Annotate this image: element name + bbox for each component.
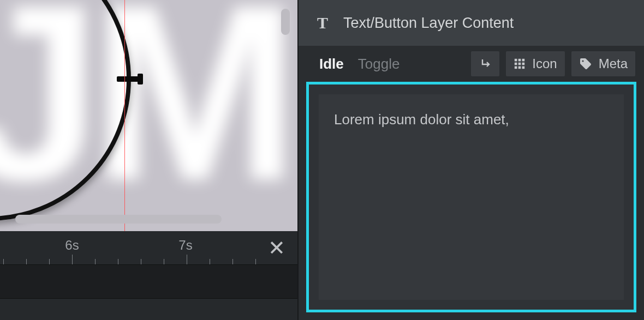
timeline-ruler[interactable]: 6s 7s ✕ — [0, 231, 297, 265]
ruler-tick — [95, 259, 96, 264]
timeline[interactable]: 6s 7s ✕ — [0, 231, 297, 320]
ruler-tick — [3, 259, 4, 264]
canvas-scrollbar-vertical[interactable] — [281, 9, 290, 35]
meta-button[interactable]: Meta — [571, 51, 635, 76]
ruler-tick — [26, 259, 27, 264]
svg-rect-8 — [522, 67, 525, 69]
svg-rect-0 — [515, 59, 517, 62]
icon-picker-button[interactable]: Icon — [506, 51, 564, 76]
playhead-indicator[interactable] — [124, 0, 125, 231]
svg-rect-5 — [522, 63, 525, 65]
ruler-tick — [164, 259, 164, 264]
insert-linebreak-button[interactable] — [471, 51, 499, 76]
ruler-tick — [187, 255, 187, 264]
inspector-pane: T Text/Button Layer Content Idle Toggle — [297, 0, 644, 320]
ruler-label-6s: 6s — [65, 238, 79, 253]
preview-ring-clamp — [117, 71, 141, 87]
ruler-label-7s: 7s — [178, 238, 192, 253]
ruler-tick — [141, 259, 141, 264]
svg-rect-7 — [518, 67, 521, 69]
svg-rect-4 — [518, 63, 521, 65]
ruler-tick — [49, 259, 50, 264]
content-editor-highlight — [306, 82, 636, 312]
timeline-close-button[interactable]: ✕ — [261, 231, 292, 264]
preview-timeline-pane: JM 6s 7s ✕ — [0, 0, 297, 320]
ruler-tick — [118, 259, 118, 264]
svg-rect-1 — [518, 59, 521, 62]
ruler-tick — [232, 259, 233, 264]
panel-title: Text/Button Layer Content — [343, 15, 514, 32]
icon-button-label: Icon — [532, 56, 557, 71]
tab-idle[interactable]: Idle — [319, 56, 344, 73]
timeline-track[interactable] — [0, 265, 297, 299]
state-tabs: Idle Toggle Icon — [299, 46, 644, 82]
preview-canvas[interactable]: JM — [0, 0, 297, 231]
tag-icon — [579, 57, 592, 70]
layer-text-input[interactable] — [319, 94, 624, 300]
ruler-tick — [255, 259, 256, 264]
ruler-tick — [72, 255, 73, 264]
tab-toggle[interactable]: Toggle — [358, 56, 400, 73]
svg-rect-6 — [515, 67, 517, 69]
svg-rect-2 — [522, 59, 525, 62]
line-break-icon — [479, 57, 492, 70]
close-icon: ✕ — [268, 238, 285, 258]
svg-point-9 — [582, 60, 583, 62]
meta-button-label: Meta — [599, 56, 628, 71]
text-type-icon: T — [317, 14, 328, 32]
ruler-tick — [210, 259, 210, 264]
panel-header: T Text/Button Layer Content — [299, 0, 644, 46]
svg-rect-3 — [515, 63, 517, 65]
canvas-scrollbar-horizontal[interactable] — [15, 215, 222, 224]
grid-icon — [514, 58, 526, 70]
